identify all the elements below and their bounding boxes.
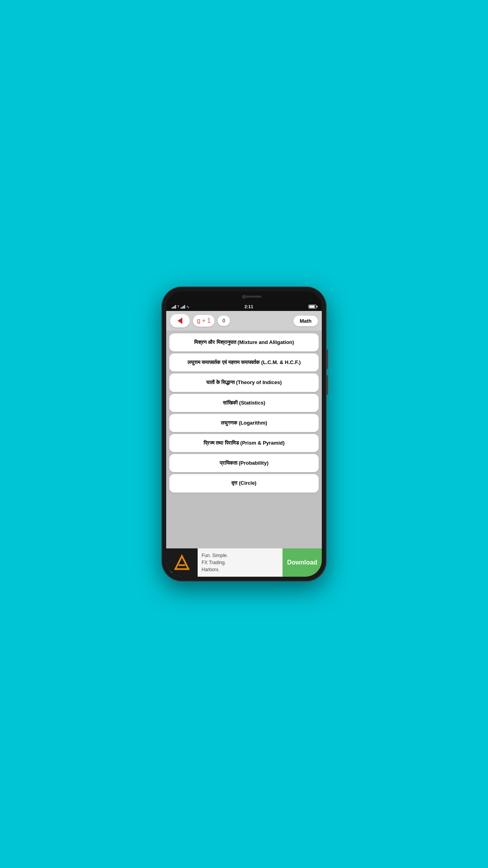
menu-item-3[interactable]: सांखिकी (Statistics) — [169, 394, 319, 412]
signal-icon — [172, 305, 176, 309]
signal-icon-2 — [181, 305, 185, 309]
toolbar: g+1 0 Math — [166, 311, 322, 331]
svg-marker-0 — [175, 556, 188, 569]
status-right — [308, 305, 316, 309]
back-arrow-icon — [178, 318, 182, 324]
ad-download-button[interactable]: Download — [283, 548, 322, 577]
volume-button-down[interactable] — [327, 375, 328, 395]
menu-item-0[interactable]: मिश्रण और मिश्रानुपात (Mixture and Allig… — [169, 333, 319, 351]
menu-item-4[interactable]: लघुगणक (Logarithm) — [169, 414, 319, 432]
google-plus-button[interactable]: g+1 — [193, 315, 215, 327]
ad-banner: Fun. Simple. FX Trading. Harborx. Downlo… — [166, 548, 322, 577]
wifi-icon: ∿ — [186, 305, 189, 309]
menu-item-7[interactable]: वृत्त (Circle) — [169, 474, 319, 492]
menu-item-1[interactable]: लघुत्तम समापवर्तक एवं महत्तम समापवर्तक (… — [169, 353, 319, 371]
speaker-icon — [242, 296, 262, 298]
phone-notch — [166, 291, 322, 302]
gplus-plus-text: + — [202, 317, 205, 324]
gplus-g-text: g — [197, 317, 200, 324]
harborx-logo-icon — [172, 553, 192, 572]
ad-play-icon — [169, 570, 172, 574]
math-button[interactable]: Math — [294, 316, 318, 326]
count-badge: 0 — [218, 316, 230, 326]
ad-text-content: Fun. Simple. FX Trading. Harborx. — [202, 552, 228, 573]
ad-text: Fun. Simple. FX Trading. Harborx. — [198, 548, 283, 577]
gplus-1-text: 1 — [207, 317, 211, 324]
menu-list: मिश्रण और मिश्रानुपात (Mixture and Allig… — [166, 331, 322, 548]
status-bar: T ∿ 2:11 — [166, 302, 322, 311]
status-time: 2:11 — [244, 304, 253, 309]
battery-icon — [308, 305, 316, 309]
back-button[interactable] — [170, 314, 190, 327]
volume-button-up[interactable] — [327, 349, 328, 369]
phone-frame: T ∿ 2:11 — [161, 287, 327, 581]
ad-logo — [166, 548, 198, 577]
menu-item-5[interactable]: प्रिज्म तथा पिरामिड (Prism & Pyramid) — [169, 434, 319, 452]
menu-item-6[interactable]: प्रायिकता (Probability) — [169, 454, 319, 472]
phone-screen: T ∿ 2:11 — [166, 291, 322, 577]
network-label: T — [177, 305, 180, 309]
app-screen: g+1 0 Math मिश्रण और मिश्रानुपात (Mixtur… — [166, 311, 322, 577]
menu-item-2[interactable]: घातों के सिद्धान्त (Theory of Indices) — [169, 373, 319, 392]
status-left: T ∿ — [172, 305, 189, 309]
